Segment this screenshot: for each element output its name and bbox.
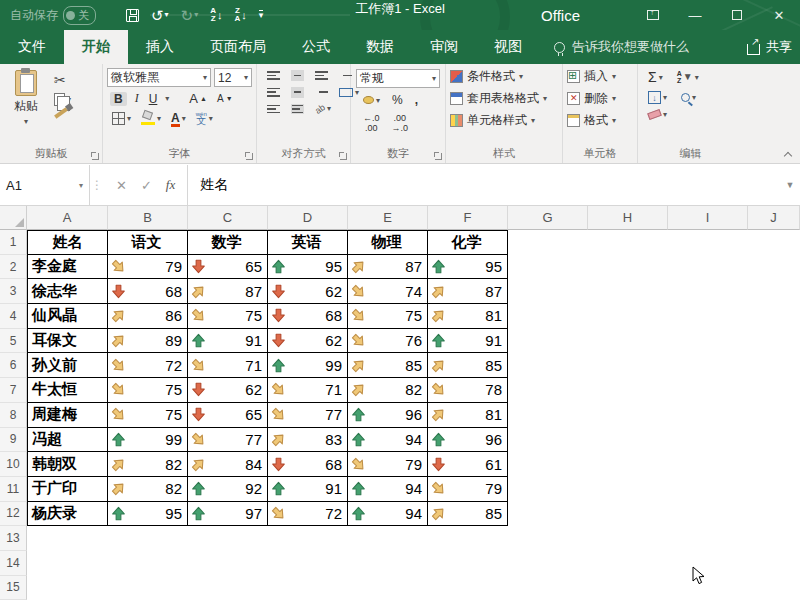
cell-E12[interactable]: 94 [348,502,428,527]
cell-E8[interactable]: 96 [348,403,428,428]
font-dialog-launcher[interactable] [246,153,253,160]
cell-D4[interactable]: 68 [268,304,348,329]
cell-F3[interactable]: 87 [428,279,508,304]
cell-D12[interactable]: 72 [268,502,348,527]
cell-B8[interactable]: 75 [108,403,188,428]
cell-A12[interactable]: 杨庆录 [27,502,108,527]
tab-视图[interactable]: 视图 [476,30,540,64]
sort-filter-button[interactable]: AZ▼▾ [675,69,701,85]
save-button[interactable] [122,7,143,24]
col-header-J[interactable]: J [748,206,800,230]
col-header-F[interactable]: F [428,206,508,230]
cell-B4[interactable]: 86 [108,304,188,329]
align-middle-button[interactable] [289,69,306,82]
cell-F8[interactable]: 81 [428,403,508,428]
formula-input[interactable]: 姓名 [188,165,780,205]
delete-cells-button[interactable]: 删除▾ [567,90,633,107]
cell-E6[interactable]: 85 [348,353,428,378]
sort-az-button[interactable]: AZ↓ [206,5,226,25]
col-header-B[interactable]: B [108,206,188,230]
row-header-6[interactable]: 6 [0,353,27,378]
number-dialog-launcher[interactable] [435,153,442,160]
tab-数据[interactable]: 数据 [348,30,412,64]
cell-B3[interactable]: 68 [108,279,188,304]
font-color-button[interactable]: A▾ [169,111,188,125]
cell-D6[interactable]: 99 [268,353,348,378]
tab-开始[interactable]: 开始 [64,30,128,64]
cell-F1[interactable]: 化学 [428,230,508,255]
currency-format-button[interactable]: ▾ [361,95,382,106]
fill-color-button[interactable]: ▾ [139,110,163,126]
insert-cells-button[interactable]: 插入▾ [567,68,633,85]
phonetic-guide-button[interactable]: wén文▾ [194,111,215,124]
maximize-button[interactable] [716,0,758,30]
collapse-ribbon-button[interactable] [784,151,792,159]
cell-C6[interactable]: 71 [188,353,268,378]
undo-button[interactable]: ↺▾ [147,6,173,25]
increase-decimal-button[interactable]: ←.0.00 [361,112,382,134]
cell-C1[interactable]: 数学 [188,230,268,255]
font-size-select[interactable]: 12▾ [214,68,252,87]
row-header-12[interactable]: 12 [0,502,27,527]
format-as-table-button[interactable]: 套用表格格式▾ [450,90,558,107]
cell-B9[interactable]: 99 [108,428,188,453]
cell-F9[interactable]: 96 [428,428,508,453]
row-header-8[interactable]: 8 [0,403,27,428]
row-header-2[interactable]: 2 [0,255,27,280]
cell-A9[interactable]: 冯超 [27,428,108,453]
row-header-7[interactable]: 7 [0,378,27,403]
orientation-button[interactable]: ab▾ [313,103,333,115]
grow-font-button[interactable]: A▲ [187,90,209,107]
share-button[interactable]: 共享 [747,30,800,64]
cell-E11[interactable]: 94 [348,477,428,502]
cell-D3[interactable]: 62 [268,279,348,304]
cell-C10[interactable]: 84 [188,452,268,477]
cell-E5[interactable]: 76 [348,329,428,354]
row-header-13[interactable]: 13 [0,526,27,551]
find-select-button[interactable]: ▾ [679,92,698,103]
cell-D1[interactable]: 英语 [268,230,348,255]
cut-button[interactable]: ✂ [52,71,73,89]
cell-B10[interactable]: 82 [108,452,188,477]
row-header-14[interactable]: 14 [0,551,27,576]
decrease-decimal-button[interactable]: .00→.0 [390,112,411,134]
cell-E1[interactable]: 物理 [348,230,428,255]
minimize-button[interactable]: — [674,0,716,30]
decrease-indent-button[interactable] [265,104,282,115]
comma-format-button[interactable]: , [413,92,420,108]
italic-button[interactable]: I [133,90,141,107]
row-header-11[interactable]: 11 [0,477,27,502]
align-bottom-button[interactable] [313,70,330,81]
cell-A6[interactable]: 孙义前 [27,353,108,378]
number-format-select[interactable]: 常规▾ [356,69,440,88]
percent-format-button[interactable]: % [390,92,405,108]
cell-B7[interactable]: 75 [108,378,188,403]
clear-button[interactable]: ▾ [646,109,669,120]
align-top-button[interactable] [265,70,282,81]
tab-插入[interactable]: 插入 [128,30,192,64]
cell-C11[interactable]: 92 [188,477,268,502]
col-header-D[interactable]: D [268,206,348,230]
align-center-button[interactable] [289,86,306,99]
cell-C9[interactable]: 77 [188,428,268,453]
bold-button[interactable]: B [110,92,127,106]
cell-A10[interactable]: 韩朝双 [27,452,108,477]
cell-A4[interactable]: 仙风晶 [27,304,108,329]
cell-C12[interactable]: 97 [188,502,268,527]
cell-D8[interactable]: 77 [268,403,348,428]
col-header-G[interactable]: G [508,206,588,230]
cell-F4[interactable]: 81 [428,304,508,329]
cell-D2[interactable]: 95 [268,255,348,280]
cell-C2[interactable]: 65 [188,255,268,280]
cell-E7[interactable]: 82 [348,378,428,403]
cell-styles-button[interactable]: 单元格样式▾ [450,112,558,129]
paste-button[interactable]: 粘贴 ▾ [4,68,48,147]
cell-C8[interactable]: 65 [188,403,268,428]
shrink-font-button[interactable]: A▼ [215,92,235,105]
format-cells-button[interactable]: 格式▾ [567,112,633,129]
row-header-1[interactable]: 1 [0,230,27,255]
row-header-10[interactable]: 10 [0,452,27,477]
cell-A2[interactable]: 李金庭 [27,255,108,280]
cell-A5[interactable]: 耳保文 [27,329,108,354]
qat-customize-button[interactable]: ▾ [255,8,268,22]
